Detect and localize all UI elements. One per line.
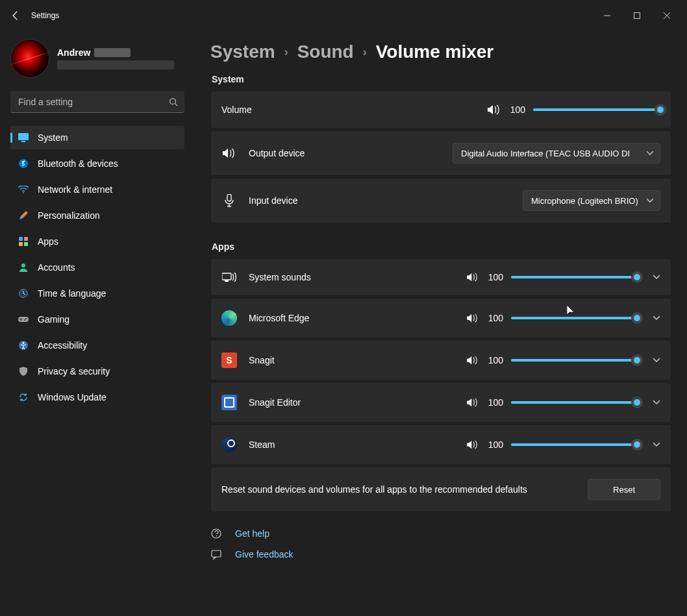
nav-accounts[interactable]: Accounts xyxy=(10,256,184,279)
get-help-link[interactable]: Get help xyxy=(235,528,269,539)
app-name: Microsoft Edge xyxy=(249,313,309,323)
breadcrumb: System › Sound › Volume mixer xyxy=(210,42,671,62)
app-volume-slider[interactable] xyxy=(511,312,637,325)
gaming-icon xyxy=(18,314,29,325)
expand-button[interactable] xyxy=(653,275,660,280)
reset-text: Reset sound devices and volumes for all … xyxy=(221,484,588,495)
svg-rect-9 xyxy=(24,242,28,246)
avatar xyxy=(10,39,49,78)
svg-rect-18 xyxy=(222,273,231,280)
nav-label: Personalization xyxy=(38,210,100,221)
speaker-icon[interactable] xyxy=(467,356,479,365)
breadcrumb-sound[interactable]: Sound xyxy=(297,42,354,62)
expand-button[interactable] xyxy=(653,315,660,321)
snagit-icon: S xyxy=(221,352,237,368)
section-system-label: System xyxy=(212,74,671,84)
close-button[interactable] xyxy=(652,5,682,26)
svg-point-14 xyxy=(24,319,25,321)
nav-label: Gaming xyxy=(38,314,69,325)
reset-button[interactable]: Reset xyxy=(588,479,660,500)
app-name: Snagit xyxy=(249,355,275,365)
nav-label: Accessibility xyxy=(38,340,87,351)
window-title: Settings xyxy=(31,11,59,20)
nav-label: Windows Update xyxy=(38,392,106,402)
system-sounds-icon xyxy=(221,272,237,282)
svg-rect-0 xyxy=(634,13,640,19)
search-icon xyxy=(169,97,178,106)
nav-apps[interactable]: Apps xyxy=(10,230,184,253)
minimize-button[interactable] xyxy=(592,5,622,26)
card-reset: Reset sound devices and volumes for all … xyxy=(210,467,671,512)
expand-button[interactable] xyxy=(653,358,660,363)
svg-rect-8 xyxy=(19,242,23,246)
search-box[interactable] xyxy=(10,91,184,113)
volume-label: Volume xyxy=(221,105,252,115)
chevron-down-icon xyxy=(647,151,653,155)
card-volume: Volume 100 xyxy=(210,91,671,129)
footer-links: Get help Give feedback xyxy=(210,528,671,560)
apps-icon xyxy=(18,236,29,247)
update-icon xyxy=(18,392,29,402)
output-device-value: Digital Audio Interface (TEAC USB AUDIO … xyxy=(461,149,630,158)
input-device-dropdown[interactable]: Microphone (Logitech BRIO) xyxy=(523,190,660,211)
nav-network[interactable]: Network & internet xyxy=(10,178,184,201)
app-volume-slider[interactable] xyxy=(511,396,637,409)
speaker-icon[interactable] xyxy=(467,314,479,323)
speaker-icon[interactable] xyxy=(467,440,479,449)
nav-time-language[interactable]: Time & language xyxy=(10,282,184,305)
nav-accessibility[interactable]: Accessibility xyxy=(10,334,184,357)
nav: System Bluetooth & devices Network & int… xyxy=(10,126,184,409)
nav-label: Network & internet xyxy=(38,184,112,195)
display-icon xyxy=(18,132,29,143)
card-app-system: System sounds 100 xyxy=(210,258,671,296)
nav-gaming[interactable]: Gaming xyxy=(10,308,184,331)
nav-system[interactable]: System xyxy=(10,126,184,149)
main-content: System › Sound › Volume mixer System Vol… xyxy=(195,31,687,616)
speaker-icon[interactable] xyxy=(467,273,479,282)
give-feedback-link[interactable]: Give feedback xyxy=(235,549,294,560)
app-volume-slider[interactable] xyxy=(511,438,637,451)
speaker-icon[interactable] xyxy=(488,105,501,115)
app-volume-value: 100 xyxy=(486,439,503,450)
nav-label: System xyxy=(38,132,68,143)
app-name: Steam xyxy=(249,439,275,450)
nav-bluetooth[interactable]: Bluetooth & devices xyxy=(10,152,184,175)
nav-label: Accounts xyxy=(38,262,75,273)
user-email-redacted xyxy=(57,60,174,69)
feedback-icon xyxy=(210,548,223,560)
input-device-value: Microphone (Logitech BRIO) xyxy=(531,196,638,206)
nav-privacy[interactable]: Privacy & security xyxy=(10,360,184,383)
output-device-dropdown[interactable]: Digital Audio Interface (TEAC USB AUDIO … xyxy=(453,143,660,164)
breadcrumb-system[interactable]: System xyxy=(210,42,275,62)
input-device-label: Input device xyxy=(249,195,298,206)
volume-slider[interactable] xyxy=(533,103,660,116)
shield-icon xyxy=(18,366,29,376)
card-app-steam: Steam 100 xyxy=(210,425,671,465)
edge-icon xyxy=(221,310,237,326)
expand-button[interactable] xyxy=(653,442,660,447)
steam-icon xyxy=(221,437,237,452)
svg-rect-2 xyxy=(18,133,29,140)
nav-windows-update[interactable]: Windows Update xyxy=(10,386,184,409)
user-name: Andrew xyxy=(57,47,174,58)
app-volume-slider[interactable] xyxy=(511,354,637,367)
bluetooth-icon xyxy=(18,158,29,169)
nav-personalization[interactable]: Personalization xyxy=(10,204,184,227)
card-app-snagited: Snagit Editor 100 xyxy=(210,382,671,423)
speaker-icon[interactable] xyxy=(467,398,479,407)
svg-rect-3 xyxy=(21,141,25,142)
search-input[interactable] xyxy=(10,91,184,113)
svg-rect-6 xyxy=(19,237,23,241)
chevron-down-icon xyxy=(647,199,653,203)
svg-point-21 xyxy=(216,536,218,537)
expand-button[interactable] xyxy=(653,400,660,405)
user-name-redacted xyxy=(94,48,131,57)
maximize-button[interactable] xyxy=(622,5,652,26)
app-volume-slider[interactable] xyxy=(511,271,637,284)
profile[interactable]: Andrew xyxy=(10,36,184,86)
speaker-icon xyxy=(221,148,237,158)
card-input-device: Input device Microphone (Logitech BRIO) xyxy=(210,178,671,223)
nav-label: Bluetooth & devices xyxy=(38,158,118,169)
back-button[interactable] xyxy=(5,5,26,26)
svg-point-1 xyxy=(170,99,176,105)
